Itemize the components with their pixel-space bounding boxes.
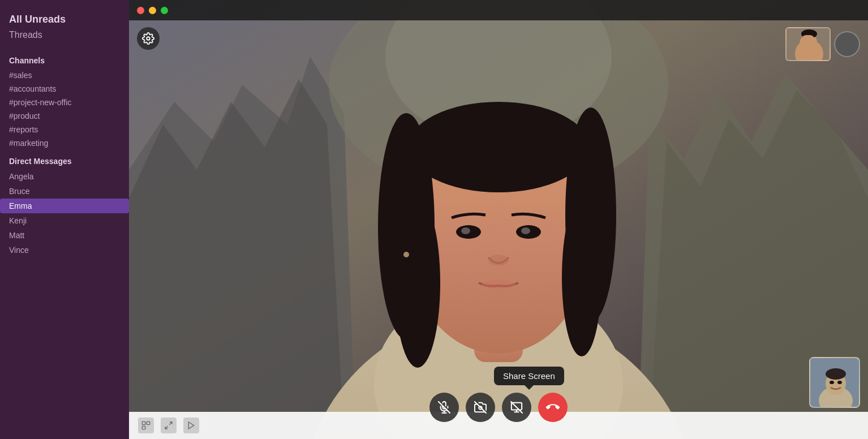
svg-line-46 bbox=[169, 422, 172, 425]
sidebar-item-sales[interactable]: #sales bbox=[0, 68, 129, 82]
svg-point-32 bbox=[830, 381, 834, 384]
threads-label[interactable]: Threads bbox=[0, 28, 129, 49]
dark-thumbnail[interactable] bbox=[834, 31, 860, 57]
svg-point-21 bbox=[482, 280, 515, 289]
all-unreads-label[interactable]: All Unreads bbox=[0, 9, 129, 28]
minimize-button[interactable] bbox=[149, 7, 156, 14]
svg-point-15 bbox=[562, 198, 601, 356]
svg-point-22 bbox=[403, 252, 409, 257]
sidebar-item-marketing[interactable]: #marketing bbox=[0, 136, 129, 150]
window-chrome bbox=[129, 0, 868, 20]
video-background bbox=[129, 0, 868, 439]
mute-button[interactable] bbox=[429, 393, 459, 422]
svg-point-19 bbox=[521, 227, 530, 234]
sidebar-item-accountants[interactable]: #accountants bbox=[0, 82, 129, 96]
channels-header: Channels bbox=[0, 49, 129, 68]
thumbnails-container bbox=[785, 27, 860, 61]
svg-point-14 bbox=[395, 198, 440, 368]
svg-rect-43 bbox=[142, 421, 145, 424]
sidebar-item-emma[interactable]: Emma bbox=[0, 199, 129, 213]
settings-button[interactable] bbox=[137, 27, 160, 50]
self-thumbnail[interactable] bbox=[785, 27, 831, 61]
end-call-button[interactable] bbox=[538, 393, 568, 422]
svg-point-33 bbox=[837, 381, 842, 384]
svg-point-18 bbox=[461, 227, 470, 234]
svg-marker-48 bbox=[188, 422, 194, 429]
svg-rect-44 bbox=[147, 421, 149, 424]
svg-point-31 bbox=[826, 368, 846, 380]
sidebar: All Unreads Threads Channels #sales #acc… bbox=[0, 0, 129, 439]
svg-marker-2 bbox=[129, 79, 344, 439]
svg-rect-45 bbox=[142, 426, 145, 429]
sidebar-item-bruce[interactable]: Bruce bbox=[0, 184, 129, 199]
svg-point-23 bbox=[147, 37, 150, 40]
traffic-lights bbox=[137, 7, 168, 14]
sidebar-item-matt[interactable]: Matt bbox=[0, 228, 129, 243]
bottom-bar-icon-2[interactable] bbox=[161, 418, 177, 433]
sidebar-item-reports[interactable]: #reports bbox=[0, 123, 129, 136]
bottom-bar-icon-1[interactable] bbox=[138, 418, 154, 433]
bottom-bar-icon-3[interactable] bbox=[183, 418, 199, 433]
maximize-button[interactable] bbox=[161, 7, 168, 14]
sidebar-item-product[interactable]: #product bbox=[0, 109, 129, 123]
svg-line-37 bbox=[475, 402, 486, 413]
camera-button[interactable] bbox=[466, 393, 495, 422]
share-screen-button[interactable] bbox=[502, 393, 531, 422]
sidebar-item-vince[interactable]: Vince bbox=[0, 243, 129, 257]
participant-thumbnail[interactable] bbox=[809, 357, 860, 408]
video-call-area: Share Screen bbox=[129, 0, 868, 439]
video-controls bbox=[429, 393, 568, 422]
sidebar-item-kenji[interactable]: Kenji bbox=[0, 213, 129, 228]
close-button[interactable] bbox=[137, 7, 144, 14]
svg-point-11 bbox=[408, 102, 589, 192]
svg-line-47 bbox=[165, 426, 168, 429]
svg-point-27 bbox=[801, 29, 817, 38]
sidebar-item-project-new-offic[interactable]: #project-new-offic bbox=[0, 96, 129, 109]
direct-messages-header: Direct Messages bbox=[0, 150, 129, 169]
sidebar-item-angela[interactable]: Angela bbox=[0, 169, 129, 184]
